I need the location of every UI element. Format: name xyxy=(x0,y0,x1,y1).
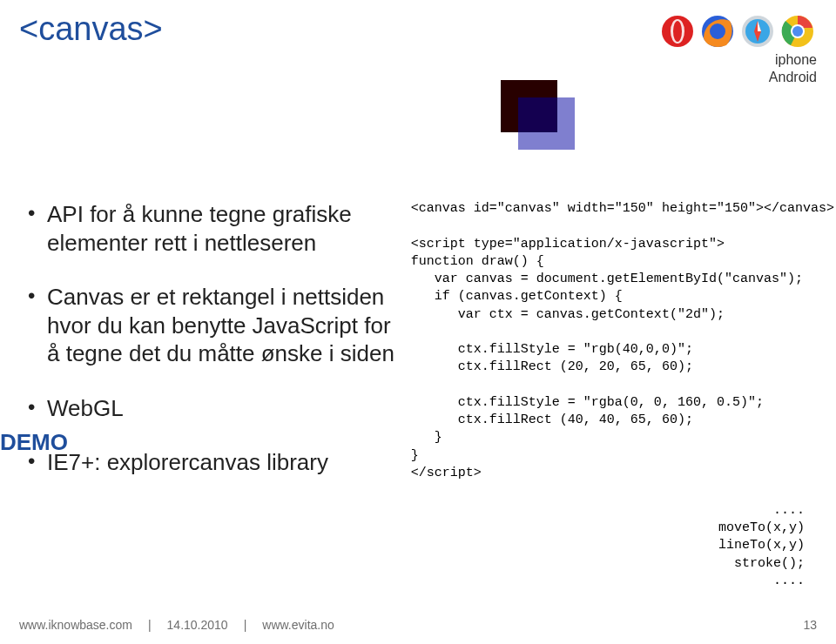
safari-icon xyxy=(738,12,777,50)
opera-icon xyxy=(658,12,697,50)
footer-site-2: www.evita.no xyxy=(262,618,334,632)
android-label: Android xyxy=(658,70,817,85)
footer: www.iknowbase.com | 14.10.2010 | www.evi… xyxy=(19,618,817,632)
svg-point-4 xyxy=(710,23,725,39)
svg-point-2 xyxy=(673,21,682,42)
page-title: <canvas> xyxy=(19,12,163,45)
svg-point-11 xyxy=(792,26,803,37)
list-item: API for å kunne tegne grafiske elementer… xyxy=(28,200,399,257)
footer-date: 14.10.2010 xyxy=(167,618,228,632)
iphone-label: iphone xyxy=(658,52,817,68)
footer-site-1: www.iknowbase.com xyxy=(19,618,132,632)
code-suffix: .... moveTo(x,y) lineTo(x,y) stroke(); .… xyxy=(718,502,805,590)
list-item: WebGL xyxy=(28,394,399,423)
chrome-icon xyxy=(779,12,817,50)
browser-icons xyxy=(658,12,817,50)
code-block: <canvas id="canvas" width="150" height="… xyxy=(411,200,819,482)
footer-separator: | xyxy=(148,618,152,632)
bullet-list: API for å kunne tegne grafiske elementer… xyxy=(28,200,399,477)
firefox-icon xyxy=(698,12,737,50)
canvas-rect-blue xyxy=(518,97,575,150)
list-item: Canvas er et rektangel i nettsiden hvor … xyxy=(28,283,399,368)
footer-page: 13 xyxy=(803,618,817,632)
canvas-demo xyxy=(483,63,614,193)
demo-label: DEMO xyxy=(0,429,68,456)
list-item: IE7+: explorercanvas library xyxy=(28,448,399,477)
footer-separator: | xyxy=(244,618,247,632)
